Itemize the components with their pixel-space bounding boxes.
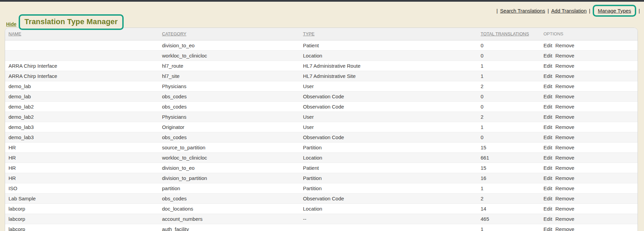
cell-type: User (300, 122, 477, 132)
edit-link[interactable]: Edit (543, 185, 552, 191)
remove-link[interactable]: Remove (555, 226, 574, 231)
table-row: ARRA Chirp Interface hl7_site HL7 Admini… (5, 71, 638, 81)
cell-name: HR (5, 173, 159, 183)
cell-total-translations: 14 (477, 203, 540, 214)
cell-total-translations: 0 (477, 40, 540, 50)
remove-link[interactable]: Remove (555, 63, 574, 69)
cell-category: division_to_eo (159, 163, 300, 173)
edit-link[interactable]: Edit (543, 124, 552, 130)
cell-type: Observation Code (300, 193, 477, 203)
hide-link[interactable]: Hide (6, 21, 16, 27)
remove-link[interactable]: Remove (555, 185, 574, 191)
edit-link[interactable]: Edit (543, 196, 552, 201)
cell-type: Location (300, 50, 477, 61)
remove-link[interactable]: Remove (555, 124, 574, 130)
remove-link[interactable]: Remove (555, 73, 574, 79)
cell-category: obs_codes (159, 101, 300, 112)
remove-link[interactable]: Remove (555, 43, 574, 48)
cell-options: Edit Remove (540, 101, 638, 112)
table-row: HR division_to_partition Partition 16 Ed… (5, 173, 638, 183)
remove-link[interactable]: Remove (555, 104, 574, 110)
remove-link[interactable]: Remove (555, 94, 574, 99)
cell-category: auth_facility (159, 224, 300, 231)
cell-options: Edit Remove (540, 81, 638, 91)
edit-link[interactable]: Edit (543, 134, 552, 140)
cell-category: workloc_to_clinicloc (159, 152, 300, 163)
cell-category: Originator (159, 122, 300, 132)
cell-category: doc_locations (159, 203, 300, 214)
edit-link[interactable]: Edit (543, 63, 552, 69)
table-row: labcorp account_numbers -- 465 Edit Remo… (5, 214, 638, 224)
table-row: demo_lab3 obs_codes Observation Code 0 E… (5, 132, 638, 142)
translation-types-table: NAME CATEGORY TYPE TOTAL TRANSLATIONS OP… (5, 28, 638, 231)
cell-options: Edit Remove (540, 50, 638, 61)
cell-total-translations: 1 (477, 183, 540, 193)
edit-link[interactable]: Edit (543, 206, 552, 212)
table-row: labcorp auth_facility 1 Edit Remove (5, 224, 638, 231)
table-row: HR workloc_to_clinicloc Location 661 Edi… (5, 152, 638, 163)
remove-link[interactable]: Remove (555, 53, 574, 59)
cell-options: Edit Remove (540, 173, 638, 183)
cell-type: User (300, 81, 477, 91)
edit-link[interactable]: Edit (543, 53, 552, 59)
cell-name: demo_lab3 (5, 122, 159, 132)
cell-total-translations: 15 (477, 163, 540, 173)
remove-link[interactable]: Remove (555, 114, 574, 120)
cell-name: demo_lab3 (5, 132, 159, 142)
remove-link[interactable]: Remove (555, 83, 574, 89)
edit-link[interactable]: Edit (543, 104, 552, 110)
cell-category: division_to_eo (159, 40, 300, 50)
nav-separator: | (548, 8, 549, 14)
nav-link-add-translation[interactable]: Add Translation (551, 8, 587, 14)
cell-name: demo_lab2 (5, 112, 159, 122)
cell-name: ARRA Chirp Interface (5, 61, 159, 71)
cell-category: hl7_site (159, 71, 300, 81)
cell-category: obs_codes (159, 91, 300, 101)
cell-total-translations: 2 (477, 112, 540, 122)
remove-link[interactable]: Remove (555, 165, 574, 171)
cell-total-translations: 0 (477, 132, 540, 142)
remove-link[interactable]: Remove (555, 145, 574, 150)
cell-category: workloc_to_clinicloc (159, 50, 300, 61)
edit-link[interactable]: Edit (543, 175, 552, 181)
remove-link[interactable]: Remove (555, 134, 574, 140)
remove-link[interactable]: Remove (555, 175, 574, 181)
edit-link[interactable]: Edit (543, 94, 552, 99)
column-header-type[interactable]: TYPE (303, 31, 315, 36)
column-header-total-translations[interactable]: TOTAL TRANSLATIONS (481, 31, 529, 36)
column-header-name[interactable]: NAME (8, 31, 21, 36)
edit-link[interactable]: Edit (543, 43, 552, 48)
cell-total-translations: 661 (477, 152, 540, 163)
cell-name: demo_lab (5, 91, 159, 101)
edit-link[interactable]: Edit (543, 226, 552, 231)
remove-link[interactable]: Remove (555, 216, 574, 222)
remove-link[interactable]: Remove (555, 206, 574, 212)
edit-link[interactable]: Edit (543, 145, 552, 150)
cell-type: Partition (300, 183, 477, 193)
cell-category: account_numbers (159, 214, 300, 224)
cell-options: Edit Remove (540, 193, 638, 203)
cell-name: labcorp (5, 214, 159, 224)
edit-link[interactable]: Edit (543, 73, 552, 79)
column-header-category[interactable]: CATEGORY (162, 31, 186, 36)
edit-link[interactable]: Edit (543, 83, 552, 89)
edit-link[interactable]: Edit (543, 165, 552, 171)
cell-total-translations: 0 (477, 50, 540, 61)
cell-type: Observation Code (300, 101, 477, 112)
edit-link[interactable]: Edit (543, 216, 552, 222)
remove-link[interactable]: Remove (555, 196, 574, 201)
remove-link[interactable]: Remove (555, 155, 574, 161)
cell-total-translations: 1 (477, 61, 540, 71)
edit-link[interactable]: Edit (543, 155, 552, 161)
table-row: demo_lab Physicians User 2 Edit Remove (5, 81, 638, 91)
cell-type: Patient (300, 40, 477, 50)
cell-options: Edit Remove (540, 91, 638, 101)
cell-total-translations: 2 (477, 81, 540, 91)
cell-type: Partition (300, 142, 477, 152)
nav-link-search-translations[interactable]: Search Translations (500, 8, 545, 14)
nav-link-manage-types[interactable]: Manage Types (598, 8, 631, 14)
edit-link[interactable]: Edit (543, 114, 552, 120)
cell-name: demo_lab (5, 81, 159, 91)
cell-category: obs_codes (159, 193, 300, 203)
cell-type: -- (300, 214, 477, 224)
